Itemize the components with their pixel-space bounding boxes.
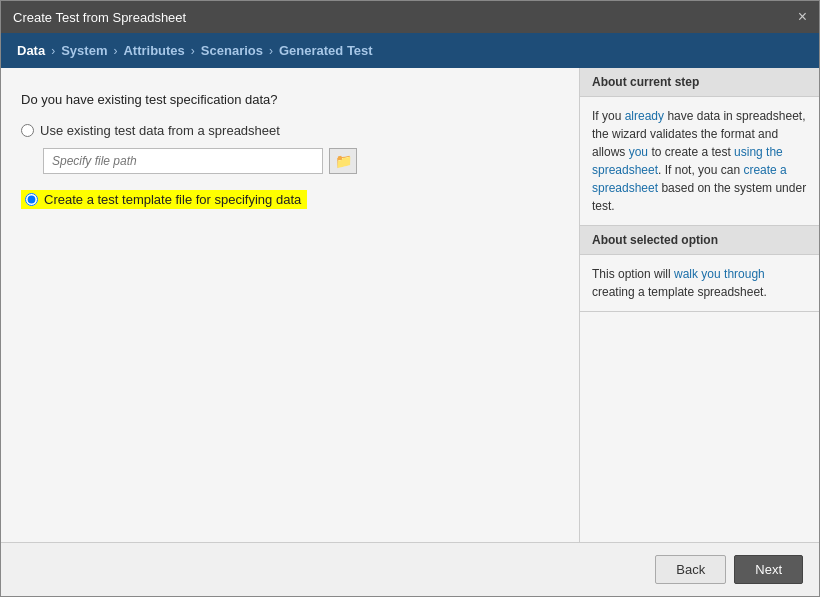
browse-button[interactable]: 📁: [329, 148, 357, 174]
about-current-step-header: About current step: [580, 68, 819, 97]
option2-label[interactable]: Create a test template file for specifyi…: [44, 192, 301, 207]
file-path-row: 📁: [43, 148, 559, 174]
about-selected-option-header: About selected option: [580, 226, 819, 255]
side-panel: About current step If you already have d…: [579, 68, 819, 542]
option1-radio[interactable]: [21, 124, 34, 137]
close-button[interactable]: ×: [798, 9, 807, 25]
option2-radio-group: Create a test template file for specifyi…: [21, 190, 307, 209]
about-current-step-body: If you already have data in spreadsheet,…: [580, 97, 819, 225]
back-button[interactable]: Back: [655, 555, 726, 584]
option1-radio-group: Use existing test data from a spreadshee…: [21, 123, 559, 138]
highlight-you: you: [629, 145, 648, 159]
breadcrumb-sep-2: ›: [113, 44, 117, 58]
title-bar: Create Test from Spreadsheet ×: [1, 1, 819, 33]
footer: Back Next: [1, 542, 819, 596]
main-panel: Do you have existing test specification …: [1, 68, 579, 542]
option1-label[interactable]: Use existing test data from a spreadshee…: [40, 123, 280, 138]
question-text: Do you have existing test specification …: [21, 92, 559, 107]
about-selected-option-section: About selected option This option will w…: [580, 226, 819, 312]
breadcrumb-attributes[interactable]: Attributes: [123, 43, 184, 58]
about-current-step-section: About current step If you already have d…: [580, 68, 819, 226]
highlight-walk: walk you through: [674, 267, 765, 281]
option2-radio[interactable]: [25, 193, 38, 206]
next-button[interactable]: Next: [734, 555, 803, 584]
breadcrumb-sep-4: ›: [269, 44, 273, 58]
highlight-already: already: [625, 109, 664, 123]
dialog: Create Test from Spreadsheet × Data › Sy…: [0, 0, 820, 597]
dialog-title: Create Test from Spreadsheet: [13, 10, 186, 25]
breadcrumb-data[interactable]: Data: [17, 43, 45, 58]
breadcrumb: Data › System › Attributes › Scenarios ›…: [1, 33, 819, 68]
breadcrumb-sep-3: ›: [191, 44, 195, 58]
breadcrumb-scenarios[interactable]: Scenarios: [201, 43, 263, 58]
content-area: Do you have existing test specification …: [1, 68, 819, 542]
folder-icon: 📁: [335, 153, 352, 169]
file-path-input[interactable]: [43, 148, 323, 174]
breadcrumb-system[interactable]: System: [61, 43, 107, 58]
about-selected-option-body: This option will walk you through creati…: [580, 255, 819, 311]
breadcrumb-sep-1: ›: [51, 44, 55, 58]
breadcrumb-generated-test[interactable]: Generated Test: [279, 43, 373, 58]
